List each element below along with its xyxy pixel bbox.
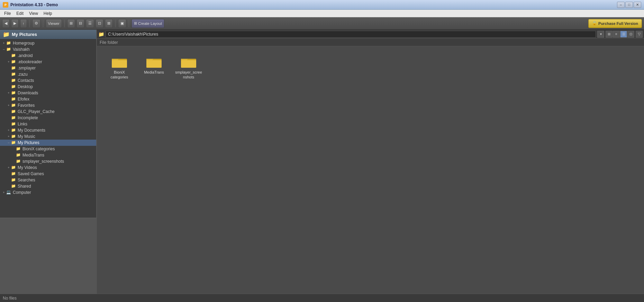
- create-layout-icon: ⊞: [134, 21, 137, 26]
- tree-expander[interactable]: –: [1, 47, 6, 52]
- tree-expander[interactable]: [6, 97, 11, 102]
- tree-item[interactable]: 📁Shared: [0, 183, 96, 189]
- tree-item-label: Contacts: [18, 78, 96, 83]
- tree-item[interactable]: +📁My Documents: [0, 127, 96, 133]
- tree-folder-icon: 📁: [11, 165, 17, 170]
- tree-expander[interactable]: +: [6, 103, 11, 108]
- vb3[interactable]: ☰: [620, 31, 627, 38]
- tree-item[interactable]: 📁Incomplete: [0, 115, 96, 121]
- tree-expander[interactable]: [6, 78, 11, 83]
- folder-item[interactable]: MediaTrans: [138, 53, 170, 83]
- tree-expander[interactable]: [6, 171, 11, 176]
- tree-item[interactable]: –📁Vaishakh: [0, 46, 96, 53]
- tree-item[interactable]: 📁.android: [0, 53, 96, 59]
- menu-view[interactable]: View: [26, 10, 41, 17]
- vb1[interactable]: ⊞: [606, 31, 613, 38]
- tree-expander[interactable]: +: [6, 165, 11, 170]
- tree-expander[interactable]: +: [1, 41, 6, 46]
- tree-item[interactable]: 📁.smplayer: [0, 65, 96, 71]
- header-folder-icon: 📁: [3, 31, 10, 38]
- tree-item[interactable]: 📁Saved Games: [0, 171, 96, 177]
- tree-item[interactable]: 📁Searches: [0, 177, 96, 183]
- maximize-button[interactable]: □: [625, 2, 633, 8]
- tree-expander[interactable]: [11, 147, 16, 151]
- main-area: 📁 My Pictures +📁Homegroup–📁Vaishakh📁.and…: [0, 30, 644, 294]
- back-button[interactable]: ◀: [2, 19, 10, 28]
- folder-item[interactable]: smplayer_screenshots: [173, 53, 204, 83]
- tree-item[interactable]: 📁GLC_Player_Cache: [0, 108, 96, 115]
- tree-expander[interactable]: [6, 84, 11, 89]
- view-grid2[interactable]: ⊟: [76, 19, 84, 28]
- app-title: Printstation 4.33 - Demo: [10, 2, 617, 7]
- tree-item[interactable]: +📁My Videos: [0, 164, 96, 171]
- tree-item[interactable]: 📁Links: [0, 121, 96, 127]
- tree-expander[interactable]: [6, 72, 11, 77]
- view-list3[interactable]: ⊠: [105, 19, 113, 28]
- tree-expander[interactable]: +: [6, 128, 11, 133]
- tree-item[interactable]: +📁Downloads: [0, 90, 96, 96]
- tree-expander[interactable]: [11, 159, 16, 164]
- tree-item[interactable]: 📁Contacts: [0, 77, 96, 84]
- view-grid1[interactable]: ⊞: [67, 19, 75, 28]
- tree-item[interactable]: +📁Homegroup: [0, 40, 96, 46]
- left-panel-header: 📁 My Pictures: [0, 30, 96, 39]
- tree-expander[interactable]: [6, 109, 11, 114]
- tree-expander[interactable]: [6, 66, 11, 70]
- filter-button[interactable]: ▽: [636, 31, 643, 38]
- tree-item[interactable]: +📁.ebookreader: [0, 59, 96, 65]
- tree-item[interactable]: 📁smplayer_screenshots: [0, 158, 96, 164]
- tree-item[interactable]: +💻Computer: [0, 189, 96, 196]
- purchase-button[interactable]: 🔒 Purchase Full Version: [588, 19, 642, 28]
- panel-toggle[interactable]: ▣: [118, 19, 126, 28]
- tree-item-label: Desktop: [18, 84, 96, 89]
- tree-item[interactable]: +📁My Music: [0, 133, 96, 140]
- tree-expander[interactable]: [6, 122, 11, 126]
- close-button[interactable]: ✕: [634, 2, 641, 8]
- tree-item-label: MediaTrans: [22, 153, 96, 158]
- tree-expander[interactable]: [11, 153, 16, 158]
- viewer-button[interactable]: Viewer: [46, 19, 62, 28]
- tree-item[interactable]: 📁MediaTrans: [0, 152, 96, 158]
- tree-item-label: Vaishakh: [13, 47, 96, 52]
- folder-icon-svg: [181, 56, 196, 68]
- menu-file[interactable]: File: [1, 10, 13, 17]
- content-area: BioniX categoriesMediaTranssmplayer_scre…: [97, 46, 644, 294]
- tree-expander[interactable]: +: [6, 59, 11, 64]
- tree-expander[interactable]: [6, 53, 11, 58]
- tree-expander[interactable]: +: [6, 91, 11, 95]
- tree-item[interactable]: +📁Favorites: [0, 102, 96, 108]
- settings-button[interactable]: ⚙: [32, 19, 40, 28]
- tree-expander[interactable]: [6, 115, 11, 120]
- statusbar: No files: [0, 294, 644, 302]
- tree-expander[interactable]: +: [1, 190, 6, 195]
- up-button[interactable]: ↑: [20, 19, 27, 28]
- menu-help[interactable]: Help: [41, 10, 55, 17]
- view-list1[interactable]: ☰: [86, 19, 94, 28]
- tree-folder-icon: 📁: [11, 140, 17, 145]
- tree-folder-icon: 📁: [11, 128, 17, 133]
- folder-item[interactable]: BioniX categories: [104, 53, 135, 83]
- minimize-button[interactable]: –: [617, 2, 625, 8]
- tree-folder-icon: 💻: [6, 190, 12, 195]
- vb4[interactable]: ⊡: [627, 31, 634, 38]
- tree-expander[interactable]: [6, 178, 11, 182]
- tree-item[interactable]: –📁My Pictures: [0, 140, 96, 146]
- view-list2[interactable]: ⊡: [96, 19, 103, 28]
- menu-edit[interactable]: Edit: [13, 10, 26, 17]
- tree-view[interactable]: +📁Homegroup–📁Vaishakh📁.android+📁.ebookre…: [0, 39, 96, 218]
- tree-expander[interactable]: [6, 184, 11, 189]
- titlebar: P Printstation 4.33 - Demo – □ ✕: [0, 0, 644, 10]
- forward-button[interactable]: ▶: [11, 19, 19, 28]
- vb2[interactable]: ≡: [613, 31, 620, 38]
- address-input[interactable]: [106, 31, 596, 38]
- tree-expander[interactable]: +: [6, 134, 11, 139]
- tree-expander[interactable]: –: [6, 140, 11, 145]
- tree-item[interactable]: 📁Efofex: [0, 96, 96, 102]
- tree-folder-icon: 📁: [11, 59, 17, 64]
- tree-item[interactable]: 📁.zazu: [0, 71, 96, 77]
- tree-item[interactable]: 📁BioniX categories: [0, 146, 96, 152]
- create-layout-button[interactable]: ⊞ Create Layout: [131, 19, 164, 28]
- tree-item[interactable]: 📁Desktop: [0, 84, 96, 90]
- address-go-button[interactable]: ▾: [597, 31, 604, 38]
- tree-item-label: My Pictures: [18, 140, 96, 145]
